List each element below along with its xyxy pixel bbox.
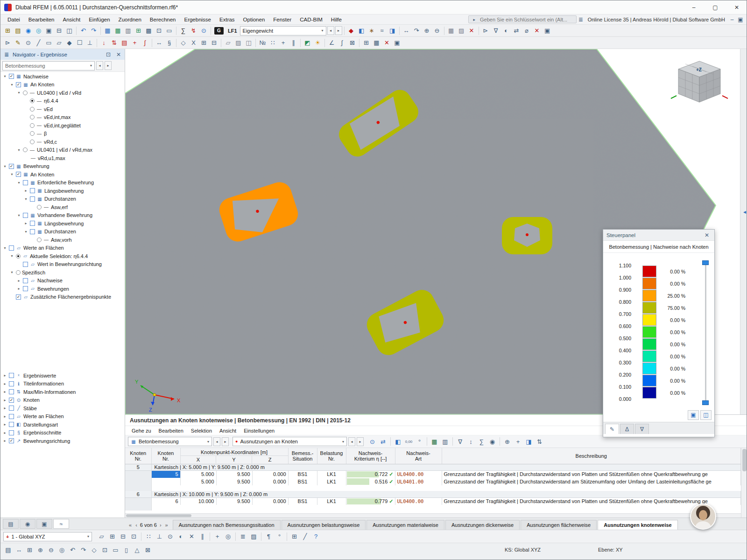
tree-item[interactable]: —vRd,u1,max xyxy=(0,154,125,162)
mesh-settings-icon[interactable]: ▨ xyxy=(457,26,466,35)
table-hscrollbar[interactable] xyxy=(125,513,741,518)
prev-load-case-button[interactable]: ◂ xyxy=(327,26,334,35)
prev-results-button[interactable]: ◂ xyxy=(96,61,103,70)
close-steuerpanel-icon[interactable]: ✕ xyxy=(703,231,711,239)
chevron-right-icon[interactable]: ▸ xyxy=(2,406,7,410)
collapse-ribbon-icon[interactable]: – xyxy=(728,15,736,24)
tree-item[interactable]: ▾—UL0401 | vEd / vRd,max xyxy=(0,146,125,154)
radio-button[interactable] xyxy=(30,140,35,144)
move-icon[interactable]: ↔ xyxy=(402,26,411,35)
radio-button[interactable] xyxy=(30,131,35,136)
table-sheet-combo[interactable]: ● Ausnutzungen an Knoten ▾ xyxy=(233,437,347,446)
column-header-knoten-group[interactable]: KnotenNr. xyxy=(125,448,151,464)
checkbox[interactable]: ✓ xyxy=(16,172,21,177)
tree-item[interactable]: ▾✓▦Bewehrung xyxy=(0,162,125,171)
table-row[interactable]: 6Kartesisch | X: 10.000 m | Y: 9.500 m |… xyxy=(125,491,741,497)
print-table-icon[interactable]: ▥ xyxy=(440,437,450,447)
column-header-nachweis-art[interactable]: Nachweis-Art xyxy=(395,448,442,464)
tree-item[interactable]: ▸▱Nachweise xyxy=(0,277,125,285)
checkbox[interactable] xyxy=(9,381,14,386)
selection-icon[interactable]: ⊳ xyxy=(481,26,491,35)
measure-icon[interactable]: ⌀ xyxy=(522,26,532,35)
ortho-icon[interactable]: ⊥ xyxy=(155,532,164,541)
cloud-icon[interactable]: ◎ xyxy=(34,26,43,35)
display-tab-icon[interactable]: ◉ xyxy=(20,519,35,529)
node-marker[interactable] xyxy=(526,233,529,236)
table-row[interactable] xyxy=(125,505,741,511)
next-page-button[interactable]: › xyxy=(159,522,162,528)
select-line-icon[interactable]: ╱ xyxy=(300,532,310,541)
section-icon[interactable]: ∫ xyxy=(337,38,347,48)
copy-icon[interactable]: ⊞ xyxy=(361,38,371,48)
chevron-right-icon[interactable]: ▸ xyxy=(2,414,7,419)
radio-button[interactable] xyxy=(30,123,35,128)
top-view-icon[interactable]: ⊡ xyxy=(100,545,110,555)
coordinate-system-combo[interactable]: + 1 - Global XYZ ▾ xyxy=(3,532,92,541)
panel-toggle-icon[interactable]: ◨ xyxy=(388,26,397,35)
chevron-right-icon[interactable]: ▸ xyxy=(23,189,28,193)
views-tab-icon[interactable]: ▣ xyxy=(36,519,52,529)
prev-sheet-button[interactable]: ◂ xyxy=(348,437,355,446)
prev-table-button[interactable]: ◂ xyxy=(213,437,220,446)
slider-handle-top[interactable] xyxy=(702,260,709,265)
ribbon-icon[interactable]: ≣ xyxy=(577,15,585,24)
values-icon[interactable]: ∗ xyxy=(367,26,377,35)
scale-color-band[interactable] xyxy=(642,314,656,326)
view-iso-icon[interactable]: ◇ xyxy=(178,38,188,48)
comment-icon[interactable]: ¶ xyxy=(264,532,274,541)
edit-icon[interactable]: ✎ xyxy=(13,38,23,48)
filter-tab-icon[interactable]: ∇ xyxy=(635,424,649,434)
chevron-right-icon[interactable]: ▸ xyxy=(2,373,7,378)
checkbox[interactable] xyxy=(23,213,28,218)
menu-item-ansicht[interactable]: Ansicht xyxy=(58,15,85,24)
sum-icon[interactable]: ∑ xyxy=(477,437,486,447)
panel-grip-icon[interactable]: ◂ xyxy=(740,208,747,216)
menu-item-berechnen[interactable]: Berechnen xyxy=(146,15,180,24)
column-header-bemessungssituation[interactable]: Bemess.-Situation xyxy=(288,448,317,464)
transparent-icon[interactable]: ◫ xyxy=(244,38,254,48)
wireframe-icon[interactable]: ▱ xyxy=(223,38,233,48)
sheet-icon[interactable]: ▤ xyxy=(3,545,13,555)
work-plane-icon[interactable]: ▱ xyxy=(97,532,106,541)
cartesian-icon[interactable]: + xyxy=(212,532,222,541)
help-icon[interactable]: ? xyxy=(311,532,321,541)
sync-selection-icon[interactable]: ⇄ xyxy=(378,437,388,447)
chevron-down-icon[interactable]: ▾ xyxy=(9,172,14,176)
view-x-icon[interactable]: X xyxy=(189,38,198,48)
radio-button[interactable] xyxy=(30,115,35,119)
tree-item[interactable]: ▾✓▦An Knoten xyxy=(0,81,125,89)
tree-item[interactable]: ▾▱Aktuelle Selektion: η6.4.4 xyxy=(0,252,125,260)
radio-button[interactable] xyxy=(37,238,42,242)
new-model-icon[interactable]: ⊞ xyxy=(3,26,13,35)
tree-item[interactable]: —vEd xyxy=(0,105,125,113)
units-icon[interactable]: ° xyxy=(415,437,424,447)
export-icon[interactable]: ◫ xyxy=(64,26,74,35)
nodal-load-icon[interactable]: ↓ xyxy=(99,38,109,48)
checkbox[interactable] xyxy=(9,406,14,411)
close-button[interactable]: ✕ xyxy=(726,0,747,14)
layers-icon[interactable]: ≣ xyxy=(238,532,248,541)
surface-tool-icon[interactable]: ▱ xyxy=(54,38,64,48)
tree-item[interactable]: —Asw,erf xyxy=(0,203,125,211)
next-results-button[interactable]: ▸ xyxy=(105,61,112,70)
column-header-z[interactable]: Z xyxy=(252,456,288,463)
dlubal-center-icon[interactable]: ◉ xyxy=(23,26,33,35)
chevron-down-icon[interactable]: ▾ xyxy=(23,197,28,201)
results-tab-icon[interactable]: ≈ xyxy=(53,519,69,529)
filter-rows-icon[interactable]: ∇ xyxy=(455,437,465,447)
chevron-right-icon[interactable]: ▸ xyxy=(2,398,7,402)
radio-button[interactable] xyxy=(16,270,21,275)
menu-item-zuordnen[interactable]: Zuordnen xyxy=(114,15,146,24)
pan-icon[interactable]: ↔ xyxy=(14,545,24,555)
prev-view-icon[interactable]: ↶ xyxy=(68,545,78,555)
search-icon[interactable]: ◉ xyxy=(487,437,497,447)
member-tool-icon[interactable]: ▭ xyxy=(44,38,54,48)
radio-button[interactable] xyxy=(23,147,28,152)
tree-item[interactable]: ▾▦Durchstanzen xyxy=(0,228,125,236)
tree-item[interactable]: —β xyxy=(0,130,125,138)
shaded-icon[interactable]: ▨ xyxy=(233,38,243,48)
smooth-results-icon[interactable]: ≈ xyxy=(377,26,387,35)
zoom-all-icon[interactable]: ◎ xyxy=(57,545,67,555)
slider-handle-bottom[interactable] xyxy=(702,400,709,405)
snap-icon[interactable]: + xyxy=(278,38,288,48)
